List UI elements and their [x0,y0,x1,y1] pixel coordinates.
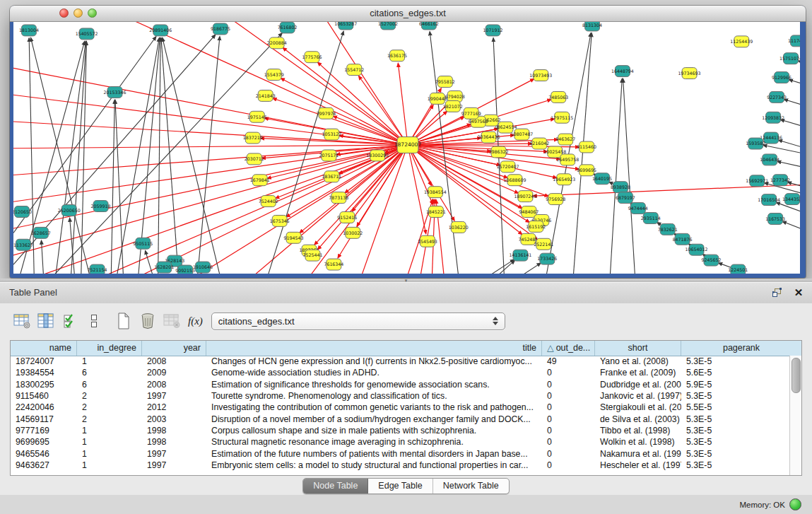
table-row[interactable]: 1872400712008Changes of HCN gene express… [11,356,790,367]
graph-node[interactable]: 17975115 [551,112,573,123]
graph-node[interactable]: 1545493 [418,235,437,247]
table-row[interactable]: 2242004622012Investigating the contribut… [11,402,790,413]
graph-node[interactable]: 7524402 [259,196,278,207]
graph-node[interactable]: 1117438 [788,35,800,47]
graph-node[interactable]: 9474444 [628,203,648,214]
zoom-window-button[interactable] [88,8,97,18]
graph-node[interactable]: 7832621 [658,223,678,235]
graph-node[interactable]: 1344352 [782,194,800,205]
graph-node[interactable]: 6216042 [529,138,549,149]
graph-node[interactable]: 7485063 [548,91,568,103]
graph-node[interactable]: 19734693 [678,68,701,79]
graph-node[interactable]: 25200650 [58,205,81,216]
tab-edge-table[interactable]: Edge Table [368,479,433,493]
graph-node[interactable]: 9129966 [772,72,792,83]
graph-node[interactable]: 10688609 [503,175,526,186]
graph-node[interactable]: 9699695 [577,165,596,176]
row-height-button[interactable] [83,311,105,331]
graph-node[interactable]: 1990448 [428,93,447,104]
graph-node[interactable]: 20891406 [149,25,172,36]
graph-node[interactable]: 9463627 [555,134,575,145]
graph-node[interactable]: 1554712 [344,64,364,76]
scrollbar-thumb[interactable] [792,358,801,393]
graph-node[interactable]: 6466162 [419,22,439,30]
graph-node[interactable]: 1845221 [426,206,446,218]
table-vertical-scrollbar[interactable] [789,356,801,475]
graph-node[interactable]: 9756928 [546,194,565,205]
graph-node[interactable]: 1053127 [322,129,341,140]
graph-node[interactable]: 2075171 [319,150,339,161]
graph-node[interactable]: 9092153 [175,265,195,274]
graph-node[interactable]: 15751074 [779,53,800,64]
graph-node[interactable]: 9194543 [284,232,304,243]
graph-node[interactable]: 1593582 [746,138,765,149]
graph-node[interactable]: 7873138 [329,192,348,204]
graph-node[interactable]: 1675346 [270,215,290,226]
graph-node[interactable]: 7955812 [435,76,455,88]
minimize-window-button[interactable] [73,8,83,18]
graph-node[interactable]: 19384554 [424,187,447,198]
column-header-title[interactable]: title [206,341,542,356]
network-canvas[interactable]: 1872400718300295193845541097349374850631… [13,22,800,274]
graph-node[interactable]: 18907249 [514,191,536,202]
graph-node[interactable]: 1821072 [443,100,463,112]
graph-node[interactable]: 1554379 [264,69,284,81]
graph-node[interactable]: 2059918 [91,201,111,212]
graph-node[interactable]: 12093832 [762,112,784,123]
table-row[interactable]: 977716911998Corpus callosum shape and si… [11,425,790,436]
tab-network-table[interactable]: Network Table [433,479,509,493]
graph-node[interactable]: 1975145 [247,111,267,122]
delete-entries-button[interactable] [137,311,158,331]
graph-node[interactable]: 7525441 [303,250,323,261]
show-columns-button[interactable] [35,311,57,331]
graph-node[interactable]: 7997974 [316,107,336,119]
table-row[interactable]: 946554611997Estimation of the future num… [11,448,790,459]
column-header-out_degree[interactable]: △out_de... [542,341,595,356]
graph-node[interactable]: 7986322 [489,146,509,158]
graph-node[interactable]: 9505115 [133,238,153,249]
graph-node[interactable]: 7521154 [88,264,107,274]
select-rows-button[interactable] [59,311,81,331]
graph-node[interactable]: 1813004 [19,25,39,36]
graph-node[interactable]: 7616802 [278,22,298,33]
close-window-button[interactable] [59,8,69,18]
graph-node[interactable]: 1133627 [13,239,33,250]
apply-function-button[interactable]: f(x) [188,315,203,327]
graph-node[interactable]: 9152416 [337,211,357,223]
graph-node[interactable]: 2120650 [13,206,32,218]
graph-node[interactable]: 1679841 [250,175,270,186]
graph-node[interactable]: 1910646 [193,262,213,273]
graph-node[interactable]: 1615192 [526,221,546,232]
graph-node[interactable]: 2935114 [641,212,661,223]
graph-node[interactable]: 1167533 [765,213,785,224]
table-row[interactable]: 1830029562008Estimation of significance … [11,379,790,390]
graph-node[interactable]: 2141843 [256,90,276,101]
graph-node[interactable]: 1628201 [154,262,174,273]
graph-node[interactable]: 6879197 [616,192,635,204]
graph-node[interactable]: 2522141 [534,238,553,250]
graph-node[interactable]: 1640195 [592,173,612,185]
graph-node[interactable]: 15405572 [76,28,98,40]
table-row[interactable]: 946362711997Embryonic stem cells: a mode… [11,460,790,471]
delete-table-button[interactable] [161,311,182,331]
graph-node[interactable]: 14136141 [509,250,531,261]
table-row[interactable]: 1938455462009Genome-wide association stu… [11,367,790,378]
create-table-button[interactable] [113,311,134,331]
table-settings-button[interactable] [11,311,33,331]
float-panel-button[interactable] [770,286,783,299]
graph-node[interactable]: 19654923 [553,174,575,185]
graph-node[interactable]: 9777169 [461,107,481,119]
graph-node[interactable]: 1636175 [387,50,407,62]
graph-node[interactable]: 7616344 [324,259,343,270]
column-header-name[interactable]: name [11,341,77,356]
memory-ok-indicator[interactable] [789,498,801,510]
graph-node[interactable]: 15720407 [497,161,519,173]
graph-node[interactable]: 2030712 [245,153,264,165]
graph-node[interactable]: 1046434 [760,154,779,165]
table-row[interactable]: 969969511998Structural magnetic resonanc… [11,436,790,448]
graph-node[interactable]: 9186775 [211,23,230,35]
graph-node[interactable]: 20153346 [104,86,126,98]
graph-node[interactable]: 1030022 [343,227,363,238]
tab-node-table[interactable]: Node Table [303,479,368,493]
graph-node[interactable]: 1071912 [483,25,503,36]
